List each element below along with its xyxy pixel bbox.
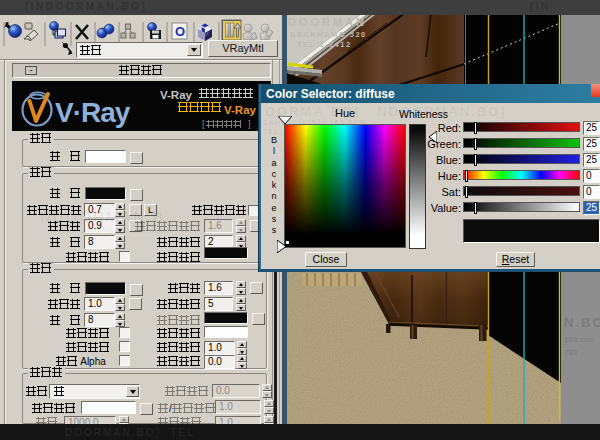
svg-text:783: 783 bbox=[564, 348, 578, 357]
svg-text:N.BO: N.BO bbox=[564, 315, 600, 330]
svg-text:DOORMAN: DOORMAN bbox=[288, 16, 367, 28]
svg-text:BECKHAMO 520: BECKHAMO 520 bbox=[290, 30, 367, 39]
svg-text:]: ] bbox=[248, 119, 251, 129]
svg-text:O: O bbox=[175, 24, 185, 39]
svg-text:[: [ bbox=[202, 119, 205, 129]
svg-text:V·Ray: V·Ray bbox=[55, 97, 131, 128]
svg-text:163.com: 163.com bbox=[564, 335, 595, 344]
svg-text:TEL:1 2412: TEL:1 2412 bbox=[297, 40, 352, 49]
svg-text:V-Ray: V-Ray bbox=[160, 89, 193, 101]
svg-text:V-Ray: V-Ray bbox=[224, 104, 257, 116]
